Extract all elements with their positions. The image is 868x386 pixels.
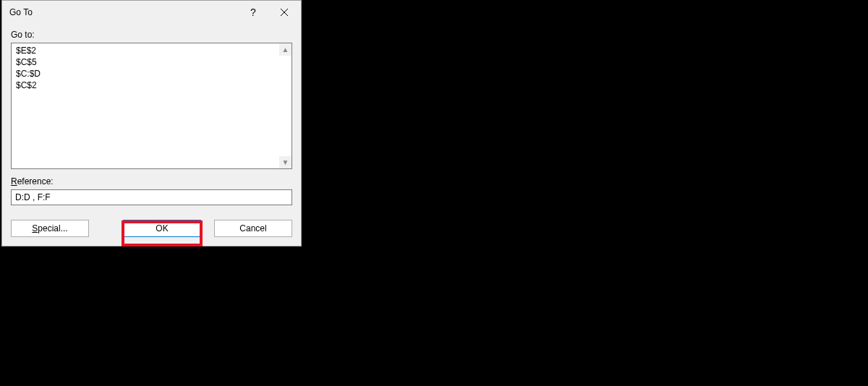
list-item[interactable]: $C:$D [14, 68, 289, 80]
list-item[interactable]: $C$5 [14, 56, 289, 68]
list-item[interactable]: $E$2 [14, 45, 289, 56]
listbox-inner: $E$2 $C$5 $C:$D $C$2 [12, 43, 292, 168]
goto-dialog: Go To ? Go to: ▲ $E$2 $C$5 $C:$D $C$2 ▼ … [1, 0, 302, 246]
reference-label: Reference: [11, 176, 292, 186]
help-icon: ? [250, 7, 256, 18]
right-buttons: OK Cancel [123, 220, 292, 237]
titlebar-buttons: ? [239, 1, 301, 24]
dialog-body: Go to: ▲ $E$2 $C$5 $C:$D $C$2 ▼ Referenc… [2, 24, 301, 214]
reference-input[interactable] [11, 189, 292, 205]
close-button[interactable] [268, 1, 301, 24]
goto-label: Go to: [11, 30, 292, 40]
cancel-button[interactable]: Cancel [214, 220, 292, 237]
ok-button[interactable]: OK [123, 220, 201, 237]
scroll-up-icon[interactable]: ▲ [279, 43, 292, 56]
dialog-buttons: Special... OK Cancel [2, 214, 301, 246]
titlebar: Go To ? [2, 1, 301, 24]
goto-listbox[interactable]: ▲ $E$2 $C$5 $C:$D $C$2 ▼ [11, 43, 292, 169]
close-icon [280, 8, 289, 17]
scroll-down-icon[interactable]: ▼ [279, 156, 292, 168]
list-item[interactable]: $C$2 [14, 80, 289, 91]
special-button[interactable]: Special... [11, 220, 89, 237]
help-button[interactable]: ? [239, 1, 268, 24]
dialog-title: Go To [9, 7, 239, 17]
